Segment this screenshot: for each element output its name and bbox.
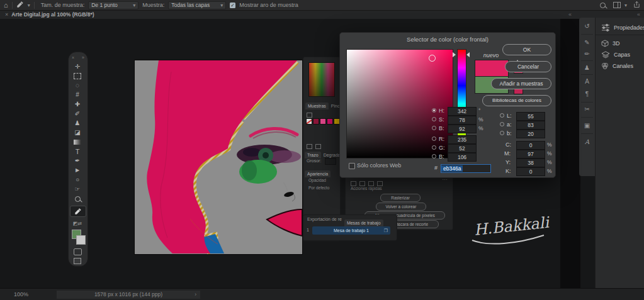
collapse-dock-icon[interactable]: « (568, 11, 572, 19)
path-select-tool[interactable]: ▶ (69, 166, 86, 175)
color-field-marker[interactable] (429, 55, 436, 62)
sample-select[interactable]: Todas las capas ▾ (168, 1, 226, 9)
mask-icon[interactable] (368, 181, 374, 186)
lasso-tool[interactable]: ◌ (69, 81, 86, 90)
type-tool[interactable]: T (69, 147, 86, 156)
tab-stroke[interactable]: Trazo (305, 152, 321, 158)
artboard-panel-icon[interactable]: ▣ (579, 122, 595, 130)
l-input[interactable]: 55 (516, 112, 545, 121)
share-icon[interactable] (633, 0, 640, 11)
pen-tool[interactable]: ✒ (69, 157, 86, 165)
hand-tool[interactable]: ☞ (69, 185, 86, 194)
swap-colors-icon[interactable]: ◩⇄ (69, 219, 86, 228)
paragraph-panel-icon[interactable]: ¶ (579, 91, 595, 98)
fill-icon[interactable] (359, 181, 365, 186)
lab-b-input[interactable]: 20 (516, 130, 545, 138)
swatch[interactable] (327, 118, 333, 125)
search-icon[interactable] (600, 3, 606, 8)
bb-input[interactable]: 106 (448, 153, 477, 162)
brush-tool[interactable]: ✐ (69, 109, 86, 118)
tab-export[interactable]: Exportación de re (305, 216, 344, 223)
canvas[interactable] (135, 60, 302, 254)
saturation-brightness-field[interactable] (346, 49, 453, 158)
transform-icon[interactable] (351, 181, 356, 186)
workspace-icon[interactable] (613, 0, 621, 11)
gradient-tool[interactable] (69, 138, 86, 147)
quick-mask-button[interactable] (69, 247, 86, 256)
document-info[interactable]: 1578 px x 1016 px (144 ppp) › (57, 291, 200, 299)
document-tab[interactable]: Arte Digital.jpg al 100% (RGB/8*) (11, 11, 94, 19)
artboard-row-selected[interactable]: Mesa de trabajo 1 ❒ (312, 226, 390, 235)
eyedropper-tool-icon[interactable] (16, 0, 24, 11)
sample-size-select[interactable]: De 1 punto ▾ (88, 1, 138, 9)
clone-source-icon[interactable]: ♟ (579, 64, 595, 72)
close-palette-icon[interactable]: × (72, 55, 74, 61)
zoom-tool[interactable] (69, 194, 86, 203)
web-colors-only-checkbox[interactable] (349, 163, 355, 169)
move-tool[interactable]: ✛ (69, 62, 86, 71)
home-icon[interactable]: ⌂ (4, 1, 8, 9)
tool-preset-chevron-icon[interactable]: ▾ (28, 3, 30, 8)
quick-action-rasterize[interactable]: Rasterizar (380, 194, 421, 202)
tab-appearance[interactable]: Apariencia (305, 170, 330, 177)
radio-a[interactable] (500, 122, 504, 126)
m-input[interactable]: 97 (516, 150, 545, 158)
character-panel-icon[interactable]: A (579, 78, 595, 86)
panel-tab-layers[interactable]: Capas (596, 49, 644, 60)
tools-panel-icon[interactable]: ✂ (579, 106, 595, 113)
s-input[interactable]: 78 (448, 116, 477, 125)
radio-r[interactable] (432, 136, 436, 141)
radio-h[interactable] (432, 108, 436, 113)
quick-action-recolor[interactable]: Volver a colorear (376, 203, 426, 211)
radio-s[interactable] (432, 117, 436, 121)
swatch-none[interactable] (306, 118, 312, 125)
show-sampling-ring-checkbox[interactable]: ✓ (230, 3, 235, 8)
background-color-swatch[interactable] (76, 235, 86, 245)
swatch[interactable] (313, 118, 319, 125)
panel-tab-3d[interactable]: 3D (596, 38, 644, 49)
history-brush-icon[interactable]: ↺ (579, 23, 595, 30)
shape-tool[interactable]: ○ (69, 175, 86, 184)
clone-stamp-tool[interactable]: ♟ (69, 119, 86, 128)
h-input[interactable]: 342 (448, 107, 477, 116)
workspace-chevron-icon[interactable]: ▾ (624, 3, 627, 8)
marquee-tool[interactable] (69, 72, 86, 81)
radio-lab-b[interactable] (500, 131, 504, 135)
screen-mode-button[interactable] (69, 257, 86, 265)
k-input[interactable]: 0 (516, 167, 545, 176)
healing-brush-tool[interactable]: ✚ (69, 100, 86, 109)
adjust-icon[interactable] (377, 181, 383, 186)
ok-button[interactable]: OK (502, 44, 551, 55)
radio-l[interactable] (500, 113, 504, 118)
eyedropper-tool-selected[interactable] (70, 206, 86, 217)
a-input[interactable]: 83 (516, 121, 545, 130)
glyphs-panel-icon[interactable]: A (579, 138, 595, 146)
c-input[interactable]: 0 (516, 141, 545, 150)
eraser-tool[interactable]: ◪ (69, 128, 86, 137)
swatch[interactable] (320, 118, 326, 125)
status-chevron-icon[interactable]: › (195, 291, 196, 299)
hue-slider-handle-left[interactable] (453, 52, 456, 57)
tab-artboards[interactable]: Mesas de trabajo (344, 219, 383, 226)
zoom-level[interactable]: 100% (14, 291, 28, 299)
color-libraries-button[interactable]: Bibliotecas de colores (482, 95, 551, 106)
g-input[interactable]: 52 (448, 144, 477, 153)
radio-b[interactable] (432, 126, 436, 130)
brush-panel-icon[interactable]: ✎ (579, 39, 595, 47)
hue-slider-handle-right[interactable] (466, 52, 470, 57)
crop-tool[interactable]: # (69, 91, 86, 99)
stroke-weight-input[interactable] (325, 158, 336, 165)
panel-tab-channels[interactable]: Canales (596, 60, 644, 72)
expand-palette-icon[interactable]: » (82, 55, 84, 61)
close-tab-icon[interactable]: × (5, 11, 8, 19)
hex-input[interactable]: eb346a (441, 164, 491, 173)
y-input[interactable]: 38 (516, 158, 545, 167)
color-spectrum[interactable] (308, 62, 335, 97)
add-to-swatches-button[interactable]: Añadir a muestras (491, 78, 551, 89)
radio-g[interactable] (432, 145, 436, 150)
radio-bb[interactable] (432, 154, 436, 158)
appearance-row-opacity[interactable]: Opacidad (308, 178, 326, 182)
panel-tab-properties[interactable]: Propiedades (596, 20, 644, 35)
b-input[interactable]: 92 (448, 125, 477, 133)
cancel-button[interactable]: Cancelar (505, 61, 551, 72)
